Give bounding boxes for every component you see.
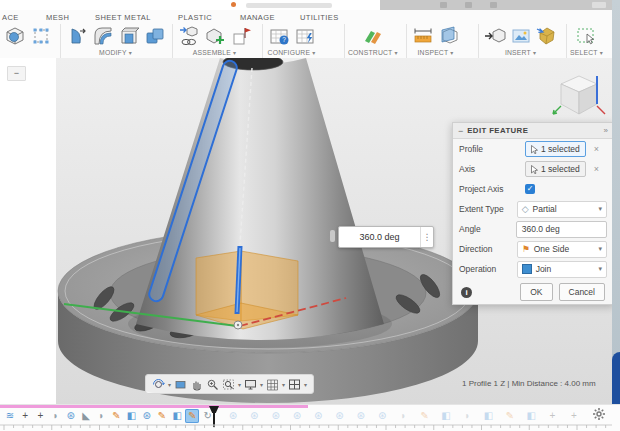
view-cube[interactable]	[552, 68, 606, 126]
display-settings-icon[interactable]	[244, 378, 257, 391]
press-pull-icon[interactable]	[64, 23, 89, 48]
section-analysis-icon[interactable]	[436, 23, 461, 48]
timeline-settings-gear-icon[interactable]	[592, 407, 606, 425]
dropdown-caret-icon[interactable]: ▾	[282, 381, 285, 388]
dropdown-caret-icon[interactable]: ▾	[168, 381, 171, 388]
fit-icon[interactable]	[222, 378, 235, 391]
group-label-assemble[interactable]: ASSEMBLE ▾	[193, 49, 237, 56]
tab-mesh[interactable]: MESH	[46, 13, 69, 22]
dim-options-icon[interactable]: ⋮	[420, 227, 433, 247]
tab-utilities[interactable]: UTILITIES	[300, 13, 339, 22]
circular-pattern-icon[interactable]: ⊛	[64, 409, 78, 423]
tab-surface-cutoff[interactable]: ACE	[2, 13, 19, 22]
ok-button[interactable]: OK	[520, 283, 552, 301]
form-feature-icon-rolled[interactable]: ◗	[396, 409, 410, 423]
dialog-expand-icon[interactable]: »	[604, 126, 608, 135]
move-feature-icon[interactable]: +	[18, 409, 32, 423]
info-icon[interactable]: i	[461, 287, 472, 298]
circular-pattern-icon-rolled[interactable]: ⊛	[354, 409, 368, 423]
tab-sheet-metal[interactable]: SHEET METAL	[95, 13, 151, 22]
rigid-group-icon[interactable]	[228, 23, 253, 48]
group-label-inspect[interactable]: INSPECT ▾	[417, 49, 453, 56]
sketch-feature-icon[interactable]: ✎	[185, 409, 199, 423]
circular-pattern-icon-rolled[interactable]: ⊛	[311, 409, 325, 423]
move-feature-icon[interactable]: +	[33, 409, 47, 423]
group-label-configure[interactable]: CONFIGURE ▾	[268, 49, 316, 56]
dropdown-caret-icon[interactable]: ▾	[304, 381, 307, 388]
extrude-feature-icon-rolled[interactable]: ◧	[524, 409, 538, 423]
form-feature-icon[interactable]: ◗	[49, 409, 63, 423]
extrude-feature-icon-rolled[interactable]: ◧	[482, 409, 496, 423]
circular-pattern-icon-rolled[interactable]: ⊛	[290, 409, 304, 423]
circular-pattern-icon-rolled[interactable]: ⊛	[247, 409, 261, 423]
sketch-feature-icon[interactable]: ✎	[155, 409, 169, 423]
group-label-insert[interactable]: INSERT ▾	[505, 49, 536, 56]
group-label-modify[interactable]: MODIFY ▾	[99, 49, 132, 56]
insert-derive-icon[interactable]	[482, 23, 507, 48]
dialog-collapse-icon[interactable]: −	[458, 126, 463, 136]
dropdown-caret-icon[interactable]: ▾	[260, 381, 263, 388]
project-axis-checkbox[interactable]: ✓	[525, 184, 535, 194]
orbit-icon[interactable]	[152, 378, 165, 391]
extrude-feature-icon-rolled[interactable]: ◧	[439, 409, 453, 423]
configuration-table-icon[interactable]: ?	[266, 23, 291, 48]
operation-dropdown[interactable]: Join ▾	[517, 261, 607, 278]
cancel-button[interactable]: Cancel	[559, 283, 605, 301]
circular-pattern-icon[interactable]: ⊛	[140, 409, 154, 423]
profile-clear-icon[interactable]: ×	[594, 144, 599, 154]
extrude-feature-icon[interactable]: ◧	[170, 409, 184, 423]
insert-mesh-icon[interactable]	[534, 23, 559, 48]
select-icon[interactable]	[574, 23, 599, 48]
axis-selection-button[interactable]: 1 selected	[525, 161, 586, 177]
dialog-header[interactable]: − EDIT FEATURE »	[453, 123, 613, 139]
origin-planes[interactable]	[196, 251, 298, 329]
sketch-feature-icon-rolled[interactable]: ✎	[418, 409, 432, 423]
new-component-icon[interactable]	[176, 23, 201, 48]
ruled-feature-icon[interactable]: ≋	[3, 409, 17, 423]
pan-icon[interactable]	[190, 378, 203, 391]
shell-icon[interactable]	[116, 23, 141, 48]
look-at-icon[interactable]	[174, 378, 187, 391]
chamfer-feature-icon[interactable]: ◣	[79, 409, 93, 423]
circular-pattern-icon-rolled[interactable]: ⊛	[269, 409, 283, 423]
direction-dropdown[interactable]: ⚑ One Side ▾	[517, 241, 607, 258]
circular-pattern-icon-rolled[interactable]: ⊛	[375, 409, 389, 423]
fillet-icon[interactable]	[90, 23, 115, 48]
measure-icon[interactable]	[410, 23, 435, 48]
move-feature-icon-rolled[interactable]: +	[567, 409, 581, 423]
configure-feature-icon[interactable]	[292, 23, 317, 48]
circular-pattern-icon-rolled[interactable]: ⊛	[226, 409, 240, 423]
circular-pattern-icon-rolled[interactable]: ⊛	[333, 409, 347, 423]
angle-dim-value[interactable]: 360.0 deg	[339, 227, 420, 247]
combine-icon[interactable]	[142, 23, 167, 48]
edit-form-icon[interactable]	[28, 23, 53, 48]
viewports-icon[interactable]	[288, 378, 301, 391]
tab-plastic[interactable]: PLASTIC	[178, 13, 212, 22]
zoom-icon[interactable]	[206, 378, 219, 391]
browser-collapse-button[interactable]: −	[7, 66, 26, 81]
angle-dim-input[interactable]: 360.0 deg ⋮	[338, 226, 434, 248]
timeline-track[interactable]: ≋++◗⊛◣◗✎◧⊛✎◧✎↻⊛⊛⊛⊛⊛⊛⊛⊛◗✎◧◗◧✎◧++	[0, 409, 620, 424]
dim-input-grip[interactable]	[330, 230, 335, 242]
form-feature-icon-rolled[interactable]: ◗	[460, 409, 474, 423]
create-form-icon[interactable]	[2, 23, 27, 48]
group-label-construct[interactable]: CONSTRUCT ▾	[348, 49, 398, 56]
dropdown-caret-icon[interactable]: ▾	[238, 381, 241, 388]
extent-type-dropdown[interactable]: ◇ Partial ▾	[517, 201, 607, 218]
join-component-icon[interactable]	[202, 23, 227, 48]
profile-selection-button[interactable]: 1 selected	[525, 141, 586, 157]
timeline-ruler[interactable]	[0, 424, 620, 431]
tab-manage[interactable]: MANAGE	[240, 13, 275, 22]
construction-plane-icon[interactable]	[360, 23, 385, 48]
revolve-feature-icon[interactable]: ↻	[201, 409, 215, 423]
insert-canvas-image-icon[interactable]	[508, 23, 533, 48]
move-feature-icon-rolled[interactable]: +	[546, 409, 560, 423]
sketch-feature-icon-rolled[interactable]: ✎	[503, 409, 517, 423]
grid-icon[interactable]	[266, 378, 279, 391]
extrude-feature-icon[interactable]: ◧	[125, 409, 139, 423]
sketch-feature-icon[interactable]: ✎	[109, 409, 123, 423]
group-label-select[interactable]: SELECT ▾	[570, 49, 603, 56]
angle-input[interactable]: 360.0 deg	[516, 221, 607, 238]
axis-clear-icon[interactable]: ×	[594, 164, 599, 174]
form-feature-icon[interactable]: ◗	[94, 409, 108, 423]
